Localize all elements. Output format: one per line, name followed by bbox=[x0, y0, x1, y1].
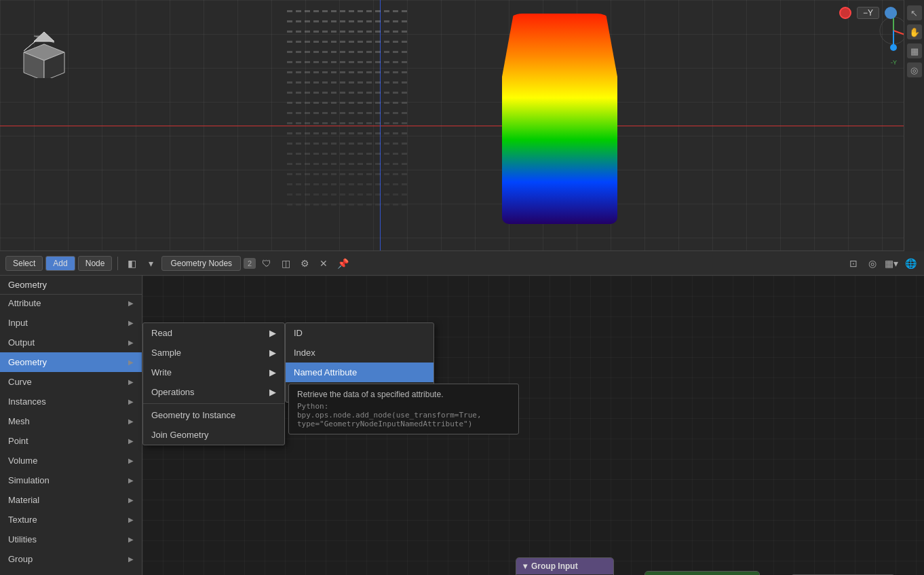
sidebar-mesh-arrow: ▶ bbox=[128, 418, 134, 425]
sidebar-item-point[interactable]: Point ▶ bbox=[0, 431, 142, 451]
na-id-item[interactable]: ID bbox=[286, 323, 434, 343]
sidebar-group-label: Group bbox=[8, 554, 33, 564]
sidebar-item-simulation[interactable]: Simulation ▶ bbox=[0, 470, 142, 490]
world-icon[interactable]: 🌐 bbox=[902, 255, 919, 272]
sidebar-instances-arrow: ▶ bbox=[128, 398, 134, 405]
na-named-attr-item[interactable]: Named Attribute bbox=[286, 363, 434, 382]
submenu-operations-label: Operations bbox=[151, 387, 195, 397]
sidebar-item-mesh[interactable]: Mesh ▶ bbox=[0, 411, 142, 431]
sidebar-output-label: Output bbox=[8, 337, 35, 348]
viewport-mode-icon[interactable]: ▦▾ bbox=[883, 255, 900, 272]
submenu-join-geometry[interactable]: Join Geometry bbox=[143, 425, 284, 445]
sidebar-material-label: Material bbox=[8, 495, 39, 505]
tooltip-code: Python: bpy.ops.node.add_node(use_transf… bbox=[297, 402, 510, 428]
sidebar-curve-label: Curve bbox=[8, 377, 32, 387]
z-axis-dot bbox=[885, 7, 897, 19]
submenu-operations[interactable]: Operations ▶ bbox=[143, 382, 284, 402]
submenu-panel: Read ▶ Sample ▶ Write ▶ Operations ▶ Geo… bbox=[142, 322, 285, 445]
node-instance-on-points[interactable]: ▾ Instance on Points Points Selection In… bbox=[644, 571, 760, 575]
sidebar-utilities-arrow: ▶ bbox=[128, 536, 134, 543]
na-id-label: ID bbox=[294, 328, 303, 338]
shield-icon[interactable]: 🛡 bbox=[258, 255, 275, 272]
overlay-icon[interactable]: ◎ bbox=[864, 255, 881, 272]
sidebar-curve-arrow: ▶ bbox=[128, 378, 134, 386]
node-instance-on-points-header: ▾ Instance on Points bbox=[645, 572, 759, 575]
zoom-fit-icon[interactable]: ⊡ bbox=[845, 255, 862, 272]
node-button[interactable]: Node bbox=[78, 256, 113, 271]
submenu-sample[interactable]: Sample ▶ bbox=[143, 343, 284, 363]
hand-tool-icon[interactable]: ✋ bbox=[907, 24, 922, 39]
sidebar-item-attribute[interactable]: Attribute ▶ bbox=[0, 293, 142, 313]
sidebar-geometry-header: Geometry bbox=[0, 276, 142, 295]
sidebar-simulation-arrow: ▶ bbox=[128, 477, 134, 484]
sidebar-item-layout[interactable]: Layout ▶ bbox=[0, 569, 142, 575]
sidebar-output-arrow: ▶ bbox=[128, 339, 134, 346]
sidebar-item-instances[interactable]: Instances ▶ bbox=[0, 392, 142, 411]
submenu-read-label: Read bbox=[151, 328, 172, 338]
sidebar-item-geometry[interactable]: Geometry ▶ bbox=[0, 352, 142, 372]
submenu-sample-label: Sample bbox=[151, 348, 181, 358]
sidebar-group-arrow: ▶ bbox=[128, 555, 134, 563]
dropdown-icon[interactable]: ▾ bbox=[142, 255, 159, 272]
sidebar-geometry-label2: Geometry bbox=[8, 357, 47, 367]
viewport-3d[interactable]: // Generated inline - rows of small rect… bbox=[0, 0, 924, 251]
axis-indicator: −Y bbox=[839, 7, 897, 19]
sidebar-point-label: Point bbox=[8, 436, 28, 446]
na-index-label: Index bbox=[294, 348, 315, 358]
render-icon[interactable]: ◧ bbox=[123, 255, 140, 272]
sidebar-input-label: Input bbox=[8, 318, 28, 328]
submenu-read[interactable]: Read ▶ bbox=[143, 323, 284, 343]
sidebar-utilities-label: Utilities bbox=[8, 534, 37, 544]
sidebar-volume-label: Volume bbox=[8, 456, 37, 466]
sidebar-geometry-label: Geometry bbox=[0, 276, 142, 295]
select-button[interactable]: Select bbox=[5, 256, 43, 271]
camera-icon[interactable]: ◎ bbox=[907, 62, 922, 77]
view-icon[interactable]: ◫ bbox=[277, 255, 294, 272]
sidebar-geometry-arrow: ▶ bbox=[128, 358, 134, 366]
na-index-item[interactable]: Index bbox=[286, 343, 434, 363]
tooltip-description: Retrieve the data of a specified attribu… bbox=[297, 390, 510, 399]
sidebar-attribute-label: Attribute bbox=[8, 298, 41, 308]
node-group-input[interactable]: ▾ Group Input Geometry bbox=[516, 557, 614, 575]
toolbar: Select Add Node ◧ ▾ Geometry Nodes 2 🛡 ◫… bbox=[0, 251, 924, 276]
cube-wireframe-icon bbox=[17, 31, 71, 78]
viewport-right-toolbar: ↖ ✋ ▦ ◎ bbox=[904, 0, 924, 251]
close-button[interactable]: ✕ bbox=[315, 255, 332, 272]
sidebar-attribute-arrow: ▶ bbox=[128, 299, 134, 307]
add-button[interactable]: Add bbox=[45, 256, 75, 271]
settings-icon[interactable]: ⚙ bbox=[296, 255, 313, 272]
sidebar-material-arrow: ▶ bbox=[128, 496, 134, 504]
sidebar-simulation-label: Simulation bbox=[8, 475, 50, 485]
sidebar-item-input[interactable]: Input ▶ bbox=[0, 313, 142, 333]
sidebar-item-utilities[interactable]: Utilities ▶ bbox=[0, 530, 142, 549]
svg-point-12 bbox=[890, 44, 897, 51]
pin-count-badge: 2 bbox=[244, 258, 256, 269]
cursor-icon[interactable]: ↖ bbox=[907, 5, 922, 20]
particle-canvas bbox=[285, 7, 421, 217]
sidebar-item-material[interactable]: Material ▶ bbox=[0, 490, 142, 510]
node-group-input-arrow: ▾ bbox=[523, 561, 527, 571]
sidebar-instances-label: Instances bbox=[8, 396, 46, 407]
sidebar-mesh-label: Mesh bbox=[8, 416, 30, 426]
tooltip-box: Retrieve the data of a specified attribu… bbox=[288, 384, 519, 434]
submenu-geo-to-instance-label: Geometry to Instance bbox=[151, 410, 235, 420]
sidebar-item-volume[interactable]: Volume ▶ bbox=[0, 451, 142, 470]
sidebar-texture-label: Texture bbox=[8, 515, 37, 525]
node-group-input-title: Group Input bbox=[531, 561, 578, 571]
grid-icon[interactable]: ▦ bbox=[907, 43, 922, 58]
sidebar-item-texture[interactable]: Texture ▶ bbox=[0, 510, 142, 530]
na-named-attr-label: Named Attribute bbox=[294, 367, 357, 377]
pin-icon[interactable]: 📌 bbox=[334, 255, 351, 272]
sidebar-item-curve[interactable]: Curve ▶ bbox=[0, 372, 142, 392]
sidebar-input-arrow: ▶ bbox=[128, 319, 134, 327]
sidebar-point-arrow: ▶ bbox=[128, 437, 134, 445]
sidebar-item-output[interactable]: Output ▶ bbox=[0, 333, 142, 352]
submenu-write-label: Write bbox=[151, 367, 172, 377]
submenu-geo-to-instance[interactable]: Geometry to Instance bbox=[143, 405, 284, 425]
sidebar-item-group[interactable]: Group ▶ bbox=[0, 549, 142, 569]
node-tree-label[interactable]: Geometry Nodes bbox=[161, 256, 241, 271]
svg-text:-Y: -Y bbox=[891, 59, 897, 66]
submenu-write[interactable]: Write ▶ bbox=[143, 363, 284, 382]
submenu-join-geometry-label: Join Geometry bbox=[151, 430, 209, 440]
y-axis-label: −Y bbox=[857, 7, 879, 19]
